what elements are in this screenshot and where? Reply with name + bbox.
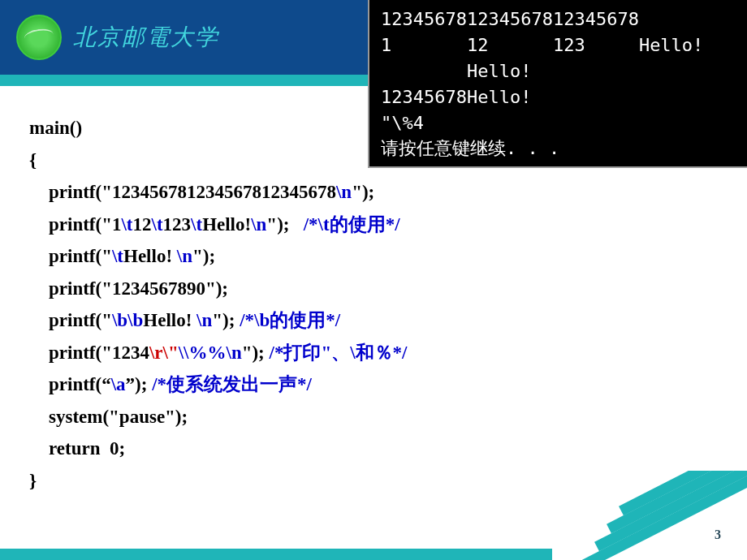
university-logo-icon: [16, 15, 62, 60]
console-line: Hello!: [381, 58, 736, 84]
code-line: printf("1234567890");: [29, 273, 407, 305]
code-line: printf("123456781234567812345678\n");: [29, 176, 407, 209]
header-bar: 北京邮電大学: [0, 0, 368, 75]
code-line: return 0;: [29, 433, 407, 465]
decorative-stripes: [536, 471, 747, 560]
code-line: main(): [29, 112, 407, 144]
console-line: 请按任意键继续. . .: [381, 136, 736, 162]
code-line: printf("1\t12\t123\tHello!\n"); /*\t的使用*…: [29, 209, 407, 241]
code-line: system("pause");: [29, 401, 407, 433]
console-line: 12345678Hello!: [381, 84, 736, 110]
console-line: "\%4: [381, 110, 736, 136]
code-comment: /*使系统发出一声*/: [152, 374, 312, 394]
code-comment: /*\b的使用*/: [240, 310, 340, 330]
code-block: main() { printf("12345678123456781234567…: [29, 112, 407, 498]
code-line: printf("\tHello! \n");: [29, 240, 407, 273]
code-line: {: [29, 144, 407, 177]
university-name: 北京邮電大学: [73, 22, 219, 53]
console-output: 123456781234567812345678 1 12 123 Hello!…: [368, 0, 747, 168]
code-comment: /*\t的使用*/: [304, 214, 400, 235]
code-line: printf(“\a”); /*使系统发出一声*/: [29, 368, 407, 401]
console-line: 123456781234567812345678: [381, 6, 736, 32]
code-line: printf("1234\r\"\\%%\n"); /*打印"、\和％*/: [29, 337, 407, 369]
footer-bar: [0, 549, 552, 560]
console-line: 1 12 123 Hello!: [381, 32, 736, 58]
header-underline: [0, 75, 368, 86]
code-line: }: [29, 465, 407, 498]
code-line: printf("\b\bHello! \n"); /*\b的使用*/: [29, 304, 407, 337]
code-comment: /*打印"、\和％*/: [270, 342, 408, 363]
